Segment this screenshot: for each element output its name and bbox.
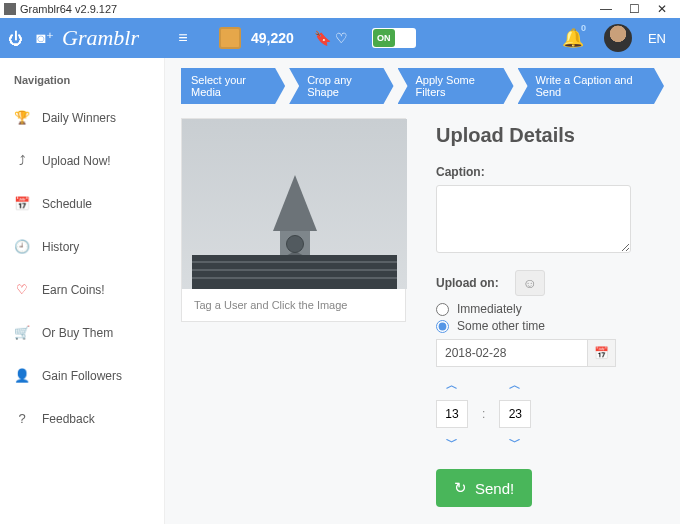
time-colon: : [482,407,485,421]
window-titlebar: Gramblr64 v2.9.127 — ☐ ✕ [0,0,680,18]
page-title: Upload Details [436,124,664,147]
send-icon: ↻ [454,479,467,497]
trophy-icon: 🏆 [14,110,30,125]
language-selector[interactable]: EN [648,31,666,46]
hour-up[interactable]: ︿ [446,377,458,394]
preview-image[interactable] [182,119,407,289]
window-title: Gramblr64 v2.9.127 [20,3,117,15]
heart-icon[interactable]: ♡ [335,30,348,46]
caption-label: Caption: [436,165,664,179]
sidebar-item-history[interactable]: 🕘History [0,225,164,268]
breadcrumb: Select your Media Crop any Shape Apply S… [181,68,664,104]
minute-up[interactable]: ︿ [509,377,521,394]
question-icon: ? [14,411,30,426]
sidebar: Navigation 🏆Daily Winners ⤴Upload Now! 📅… [0,58,165,524]
brand-logo: Gramblr [60,25,149,51]
bc-caption[interactable]: Write a Caption and Send [518,68,664,104]
sidebar-item-label: Gain Followers [42,369,122,383]
avatar[interactable] [604,24,632,52]
sidebar-item-schedule[interactable]: 📅Schedule [0,182,164,225]
sidebar-item-daily-winners[interactable]: 🏆Daily Winners [0,96,164,139]
sidebar-item-label: Feedback [42,412,95,426]
sidebar-item-label: Schedule [42,197,92,211]
heart-outline-icon: ♡ [14,282,30,297]
bc-crop[interactable]: Crop any Shape [289,68,393,104]
image-card: Tag a User and Click the Image [181,118,406,322]
sidebar-item-label: History [42,240,79,254]
tag-hint: Tag a User and Click the Image [182,289,405,321]
radio-immediately-label: Immediately [457,302,522,316]
date-input[interactable] [436,339,588,367]
menu-icon[interactable]: ≡ [171,29,195,47]
sidebar-item-label: Or Buy Them [42,326,113,340]
bell-icon[interactable]: 🔔0 [558,27,588,49]
main: Select your Media Crop any Shape Apply S… [165,58,680,524]
on-toggle[interactable]: ON [372,28,416,48]
coins-icon [219,27,241,49]
sidebar-item-label: Upload Now! [42,154,111,168]
history-icon: 🕘 [14,239,30,254]
minimize-button[interactable]: — [592,2,620,16]
close-button[interactable]: ✕ [648,2,676,16]
emoji-button[interactable]: ☺ [515,270,545,296]
sidebar-item-feedback[interactable]: ?Feedback [0,397,164,440]
nav-heading: Navigation [0,70,164,96]
upload-on-label: Upload on: [436,276,499,290]
power-icon[interactable]: ⏻ [0,30,30,47]
upload-icon: ⤴ [14,153,30,168]
send-label: Send! [475,480,514,497]
sidebar-item-label: Daily Winners [42,111,116,125]
maximize-button[interactable]: ☐ [620,2,648,16]
app-icon [4,3,16,15]
sidebar-item-earn-coins[interactable]: ♡Earn Coins! [0,268,164,311]
user-icon: 👤 [14,368,30,383]
radio-other-time[interactable]: Some other time [436,319,664,333]
coins-count: 49,220 [251,30,294,46]
sidebar-item-buy[interactable]: 🛒Or Buy Them [0,311,164,354]
bell-badge: 0 [581,23,586,33]
bookmark-icon[interactable]: 🔖 [314,30,331,46]
bc-filters[interactable]: Apply Some Filters [398,68,514,104]
send-button[interactable]: ↻ Send! [436,469,532,507]
bc-select-media[interactable]: Select your Media [181,68,285,104]
camera-icon[interactable]: ◙⁺ [30,29,60,47]
hour-down[interactable]: ﹀ [446,434,458,451]
date-picker-button[interactable]: 📅 [588,339,616,367]
hour-input[interactable] [436,400,468,428]
minute-input[interactable] [499,400,531,428]
toggle-on-label: ON [373,29,395,47]
topbar: ⏻ ◙⁺ Gramblr ≡ 49,220 🔖 ♡ ON 🔔0 EN [0,18,680,58]
caption-input[interactable] [436,185,631,253]
radio-other-label: Some other time [457,319,545,333]
sidebar-item-label: Earn Coins! [42,283,105,297]
minute-down[interactable]: ﹀ [509,434,521,451]
sidebar-item-upload-now[interactable]: ⤴Upload Now! [0,139,164,182]
sidebar-item-gain-followers[interactable]: 👤Gain Followers [0,354,164,397]
radio-immediately[interactable]: Immediately [436,302,664,316]
cart-icon: 🛒 [14,325,30,340]
calendar-icon: 📅 [14,196,30,211]
